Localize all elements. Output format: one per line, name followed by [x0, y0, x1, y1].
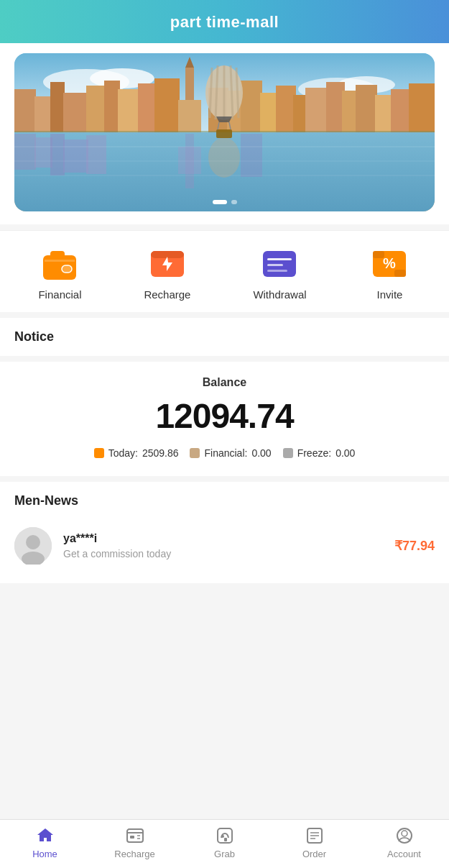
mennews-title: Men-News [14, 493, 435, 508]
balance-label: Balance [14, 376, 435, 389]
news-username: ya****i [63, 532, 383, 545]
app-header: part time-mall [0, 0, 449, 43]
nav-recharge-label: Recharge [114, 849, 154, 859]
financial-stat-label: Financial: [204, 447, 247, 459]
svg-rect-6 [34, 96, 52, 132]
svg-rect-9 [86, 86, 106, 132]
invite-label: Invite [377, 288, 403, 301]
nav-grab-label: Grab [214, 849, 235, 859]
order-icon [305, 826, 325, 846]
svg-rect-25 [342, 91, 358, 132]
balance-freeze: Freeze: 0.00 [283, 447, 356, 459]
bottom-nav: Home Recharge Grab [0, 819, 449, 868]
nav-home-label: Home [32, 849, 57, 859]
svg-rect-8 [63, 93, 88, 132]
banner-section [0, 43, 449, 224]
freeze-dot [283, 448, 293, 458]
nav-recharge[interactable]: Recharge [110, 826, 160, 859]
financial-label: Financial [38, 288, 81, 301]
recharge-icon [147, 245, 188, 283]
svg-rect-5 [14, 89, 36, 132]
financial-icon [39, 245, 80, 283]
nav-order[interactable]: Order [290, 826, 340, 859]
financial-stat-value: 0.00 [251, 447, 271, 459]
svg-rect-16 [178, 100, 201, 132]
invite-icon: % [369, 245, 410, 283]
nav-home[interactable]: Home [20, 826, 70, 859]
today-value: 2509.86 [142, 447, 179, 459]
svg-rect-57 [45, 260, 75, 262]
balance-details: Today: 2509.86 Financial: 0.00 Freeze: 0… [14, 447, 435, 459]
svg-rect-23 [305, 88, 328, 132]
svg-rect-21 [276, 86, 296, 132]
svg-point-70 [26, 535, 40, 549]
svg-rect-7 [50, 82, 65, 132]
svg-point-40 [208, 137, 240, 178]
quick-actions-bar: Financial Recharge Withdrawal [0, 230, 449, 312]
today-dot [94, 448, 104, 458]
svg-rect-53 [216, 129, 232, 138]
svg-rect-55 [50, 251, 65, 258]
news-amount: ₹77.94 [394, 538, 435, 554]
svg-rect-63 [267, 264, 283, 266]
banner-dot-1[interactable] [213, 200, 227, 204]
balance-financial: Financial: 0.00 [190, 447, 271, 459]
svg-rect-72 [127, 829, 143, 842]
financial-dot [190, 448, 200, 458]
svg-rect-62 [267, 258, 292, 260]
svg-rect-79 [224, 838, 227, 841]
account-icon [394, 826, 415, 846]
action-invite[interactable]: % Invite [369, 245, 410, 301]
notice-title: Notice [14, 329, 54, 344]
banner-image[interactable] [14, 53, 435, 211]
user-avatar [14, 527, 52, 565]
action-financial[interactable]: Financial [38, 245, 81, 301]
balance-today: Today: 2509.86 [94, 447, 179, 459]
svg-rect-12 [138, 83, 156, 132]
withdrawal-icon [259, 245, 300, 283]
action-recharge[interactable]: Recharge [144, 245, 190, 301]
nav-grab[interactable]: Grab [200, 826, 250, 859]
svg-rect-35 [63, 140, 88, 173]
today-label: Today: [108, 447, 138, 459]
svg-rect-56 [62, 265, 72, 273]
svg-rect-27 [375, 95, 393, 132]
freeze-value: 0.00 [335, 447, 355, 459]
svg-rect-29 [409, 83, 435, 132]
banner-dot-2[interactable] [231, 200, 237, 204]
svg-rect-20 [260, 93, 278, 132]
nav-account-label: Account [387, 849, 421, 859]
app-title: part time-mall [170, 13, 279, 31]
svg-rect-38 [178, 147, 201, 174]
svg-rect-39 [241, 134, 262, 177]
svg-rect-36 [86, 135, 106, 174]
news-subtitle: Get a commission today [63, 548, 383, 559]
svg-rect-32 [14, 134, 36, 170]
svg-rect-26 [356, 85, 377, 132]
svg-point-85 [402, 831, 407, 836]
svg-rect-64 [267, 270, 287, 272]
balance-amount: 12094.74 [14, 396, 435, 436]
freeze-label: Freeze: [297, 447, 331, 459]
action-withdrawal[interactable]: Withdrawal [253, 245, 306, 301]
banner-dots [213, 200, 237, 204]
mennews-section: Men-News ya****i Get a commission today … [0, 476, 449, 583]
svg-text:%: % [384, 255, 397, 271]
withdrawal-label: Withdrawal [253, 288, 306, 301]
svg-rect-33 [34, 137, 52, 168]
home-icon [35, 826, 55, 846]
svg-rect-28 [391, 89, 411, 132]
svg-rect-34 [50, 134, 65, 175]
svg-point-78 [221, 835, 224, 838]
nav-recharge-icon [125, 826, 145, 846]
nav-account[interactable]: Account [379, 826, 430, 859]
svg-rect-74 [130, 836, 134, 839]
news-item: ya****i Get a commission today ₹77.94 [14, 520, 435, 572]
svg-rect-10 [104, 81, 120, 132]
grab-icon [215, 826, 235, 846]
svg-rect-11 [118, 89, 139, 132]
svg-rect-19 [241, 81, 262, 132]
svg-rect-13 [154, 78, 180, 132]
balance-section: Balance 12094.74 Today: 2509.86 Financia… [0, 356, 449, 476]
svg-rect-68 [394, 270, 406, 277]
